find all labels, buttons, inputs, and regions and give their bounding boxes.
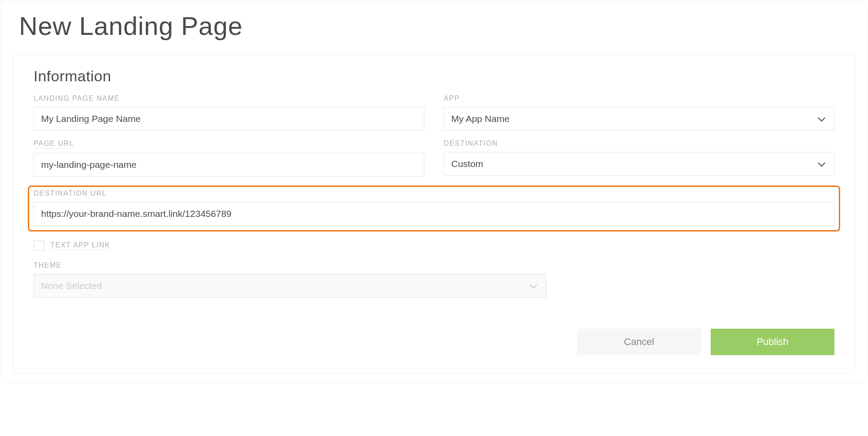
destination-url-label: DESTINATION URL [34,190,834,197]
destination-label: DESTINATION [444,140,834,148]
page-title: New Landing Page [1,1,867,54]
landing-page-name-input[interactable] [34,107,424,131]
text-app-link-checkbox[interactable] [34,240,44,251]
landing-page-name-label: LANDING PAGE NAME [34,95,424,102]
information-panel: Information LANDING PAGE NAME APP My App… [13,54,855,373]
destination-url-highlight: DESTINATION URL [28,186,840,231]
chevron-down-icon [529,281,537,289]
text-app-link-label: TEXT APP LINK [50,241,110,250]
app-select-value: My App Name [451,114,510,124]
section-title: Information [34,68,834,85]
publish-button[interactable]: Publish [711,329,834,355]
theme-select-value: None Selected [41,281,102,291]
page-url-label: PAGE URL [34,140,74,148]
page-url-input[interactable] [34,153,424,177]
app-select[interactable]: My App Name [444,107,834,131]
theme-select[interactable]: None Selected [34,274,546,298]
theme-label: THEME [34,262,546,269]
chevron-down-icon [818,114,826,122]
app-label: APP [444,95,834,102]
destination-url-input[interactable] [34,202,834,226]
destination-select[interactable]: Custom [444,152,834,176]
destination-select-value: Custom [451,159,483,169]
chevron-down-icon [818,159,826,167]
cancel-button[interactable]: Cancel [577,329,701,355]
